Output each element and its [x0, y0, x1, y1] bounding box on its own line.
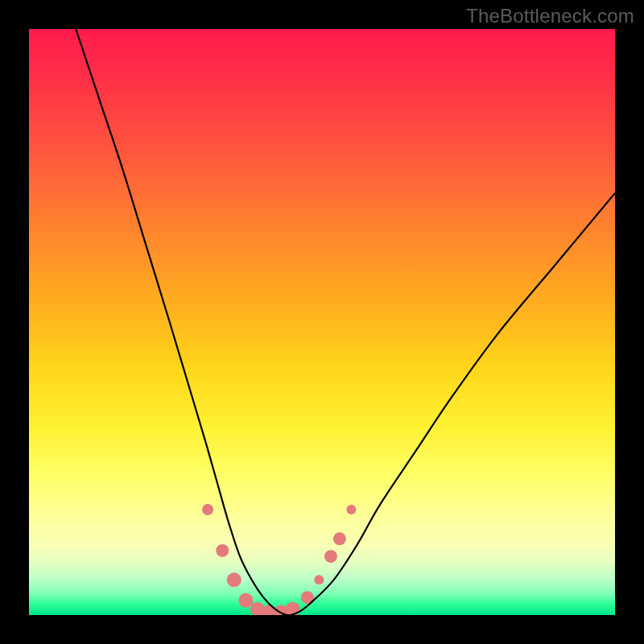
plot-area	[29, 29, 615, 615]
curve-path	[76, 29, 615, 615]
data-marker	[216, 544, 229, 557]
data-marker	[314, 575, 324, 584]
data-marker	[324, 550, 337, 563]
data-marker	[333, 532, 346, 545]
markers-group	[202, 504, 356, 615]
data-marker	[346, 505, 356, 514]
chart-frame: TheBottleneck.com	[0, 0, 644, 644]
data-marker	[238, 593, 253, 608]
chart-svg	[29, 29, 615, 615]
data-marker	[202, 504, 213, 515]
watermark-text: TheBottleneck.com	[466, 5, 634, 27]
data-marker	[227, 572, 242, 587]
